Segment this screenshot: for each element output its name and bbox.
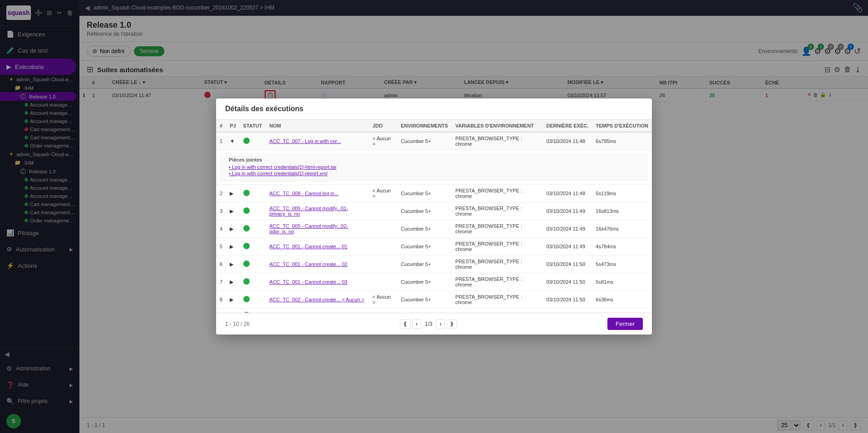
modal-row8-nom: ACC_TC_002 - Cannot create... < Aucun > [266, 291, 369, 309]
expand-icon-7[interactable]: ▶ [230, 279, 233, 285]
modal-row2-statut [240, 185, 266, 202]
modal-row2-num: 2 [216, 185, 226, 202]
modal-close-btn[interactable]: Fermer [607, 318, 643, 330]
expand-icon[interactable]: ▼ [230, 138, 235, 144]
modal-row4-num: 4 [216, 220, 226, 238]
modal-row1-env: Cucumber 5+ [397, 132, 452, 150]
modal-row2-varenv: PRESTA_BROWSER_TYPE : chrome [452, 185, 542, 202]
pj-link-2[interactable]: • Log in with correct credentials[1]-rep… [229, 171, 639, 176]
modal-row8-duration: 6s36ms [592, 291, 652, 309]
modal-row2-env: Cucumber 5+ [397, 185, 452, 202]
modal-last-page[interactable]: ⟫ [447, 319, 457, 329]
modal-row9-varenv: PRESTA_BROWSER_TYPE : [452, 309, 542, 313]
pj-title: Pièces jointes [229, 157, 639, 162]
modal-row2-lastexec: 03/10/2024 11:48 [542, 185, 592, 202]
status-green-dot-1 [243, 138, 250, 144]
modal-row7-link[interactable]: ACC_TC_001 - Cannot create... 03 [269, 279, 347, 285]
modal-row6-jdd [369, 256, 397, 273]
modal-row8-num: 8 [216, 291, 226, 309]
modal-row1-pj: ▼ [226, 132, 239, 150]
modal-row9-jdd [369, 309, 397, 313]
modal-row6-link[interactable]: ACC_TC_001 - Cannot create... 02 [269, 261, 347, 267]
modal-row1-duration: 6s795ms [592, 132, 652, 150]
modal-row1-num: 1 [216, 132, 226, 150]
modal-row3-varenv: PRESTA_BROWSER_TYPE : chrome [452, 202, 542, 220]
modal-pagination: ⟪ ‹ 1/3 › ⟫ [400, 319, 458, 329]
pj-section: Pièces jointes • Log in with correct cre… [220, 153, 648, 181]
expand-icon-3[interactable]: ▶ [230, 208, 233, 214]
modal-details: Détails des exécutions # PJ STATUT NOM J… [216, 98, 652, 335]
modal-row5-lastexec: 03/10/2024 11:49 [542, 238, 592, 256]
modal-body: # PJ STATUT NOM JDD ENVIRONNEMENTS VARIA… [216, 120, 652, 313]
modal-row2-nom: ACC_TC_008 - Cannot log in... [266, 185, 369, 202]
modal-table-row-2: 2 ▶ ACC_TC_008 - Cannot log in... < Aucu… [216, 185, 652, 202]
modal-table-container: # PJ STATUT NOM JDD ENVIRONNEMENTS VARIA… [216, 120, 652, 313]
modal-row5-statut [240, 238, 266, 256]
modal-footer: 1 - 10 / 26 ⟪ ‹ 1/3 › ⟫ Fermer [216, 313, 652, 335]
modal-col-env: ENVIRONNEMENTS [397, 120, 452, 132]
modal-row8-lastexec: 03/10/2024 11:50 [542, 291, 592, 309]
expand-icon-4[interactable]: ▶ [230, 226, 233, 231]
modal-table-row-5: 5 ▶ ACC_TC_001 - Cannot create... 01 [216, 238, 652, 256]
modal-row4-link[interactable]: ACC_TC_005 - Cannot modify...02-gdpr_is_… [269, 223, 348, 234]
status-green-dot-7 [243, 278, 250, 285]
modal-table-row-8: 8 ▶ ACC_TC_002 - Cannot create... < Aucu… [216, 291, 652, 309]
modal-row7-pj: ▶ [226, 273, 239, 291]
modal-row2-link[interactable]: ACC_TC_008 - Cannot log in... [269, 191, 338, 196]
modal-row5-duration: 4s784ms [592, 238, 652, 256]
modal-row6-varenv: PRESTA_BROWSER_TYPE : chrome [452, 256, 542, 273]
modal-col-varenv: VARIABLES D'ENVIRONNEMENT [452, 120, 542, 132]
modal-next-page[interactable]: › [436, 319, 445, 329]
modal-row4-nom: ACC_TC_005 - Cannot modify...02-gdpr_is_… [266, 220, 369, 238]
modal-prev-page[interactable]: ‹ [412, 319, 421, 329]
modal-table-row-6: 6 ▶ ACC_TC_001 - Cannot create... 02 [216, 256, 652, 273]
modal-row8-link[interactable]: ACC_TC_002 - Cannot create... < Aucun > [269, 297, 364, 302]
modal-row8-env: Cucumber 5+ [397, 291, 452, 309]
modal-row3-env: Cucumber 5+ [397, 202, 452, 220]
modal-row3-lastexec: 03/10/2024 11:49 [542, 202, 592, 220]
modal-row1-nom: ACC_TC_007 - Log in with cor... [266, 132, 369, 150]
modal-row7-num: 7 [216, 273, 226, 291]
modal-row9-pj: ▶ [226, 309, 239, 313]
modal-row4-duration: 16s476ms [592, 220, 652, 238]
modal-row5-nom: ACC_TC_001 - Cannot create... 01 [266, 238, 369, 256]
modal-row6-lastexec: 03/10/2024 11:50 [542, 256, 592, 273]
modal-row9-statut [240, 309, 266, 313]
modal-table: # PJ STATUT NOM JDD ENVIRONNEMENTS VARIA… [216, 120, 652, 313]
modal-row1-varenv: PRESTA_BROWSER_TYPE : chrome [452, 132, 542, 150]
modal-title: Détails des exécutions [216, 98, 652, 120]
modal-first-page[interactable]: ⟪ [400, 319, 410, 329]
modal-row5-pj: ▶ [226, 238, 239, 256]
modal-row3-statut [240, 202, 266, 220]
modal-row4-env: Cucumber 5+ [397, 220, 452, 238]
expand-icon-6[interactable]: ▶ [230, 261, 233, 267]
modal-row3-duration: 16s813ms [592, 202, 652, 220]
expand-icon-8[interactable]: ▶ [230, 297, 233, 302]
modal-row4-lastexec: 03/10/2024 11:49 [542, 220, 592, 238]
modal-row7-env: Cucumber 5+ [397, 273, 452, 291]
modal-row5-link[interactable]: ACC_TC_001 - Cannot create... 01 [269, 244, 347, 249]
modal-row8-varenv: PRESTA_BROWSER_TYPE : chrome [452, 291, 542, 309]
modal-row8-pj: ▶ [226, 291, 239, 309]
modal-row9-nom: ACC_TC_002 - Cannot create... 01 [266, 309, 369, 313]
modal-row4-jdd [369, 220, 397, 238]
pj-link-1[interactable]: • Log in with correct credentials[1]-htm… [229, 164, 639, 170]
modal-range: 1 - 10 / 26 [225, 321, 250, 327]
modal-row8-jdd: < Aucun > [369, 291, 397, 309]
status-green-dot-4 [243, 225, 250, 231]
modal-row6-nom: ACC_TC_001 - Cannot create... 02 [266, 256, 369, 273]
modal-row6-statut [240, 256, 266, 273]
modal-row3-link[interactable]: ACC_TC_005 - Cannot modify...01-privacy_… [269, 206, 348, 216]
modal-row2-duration: 5s119ms [592, 185, 652, 202]
modal-table-row-3: 3 ▶ ACC_TC_005 - Cannot modify...01-priv… [216, 202, 652, 220]
modal-row6-duration: 5s473ms [592, 256, 652, 273]
modal-row7-statut [240, 273, 266, 291]
expand-icon-5[interactable]: ▶ [230, 244, 233, 249]
modal-row1-link[interactable]: ACC_TC_007 - Log in with cor... [269, 138, 341, 144]
expand-icon-2[interactable]: ▶ [230, 191, 233, 196]
modal-row2-jdd: < Aucun > [369, 185, 397, 202]
modal-row9-lastexec: 03/10/2024 11:50 [542, 309, 592, 313]
modal-overlay: Détails des exécutions # PJ STATUT NOM J… [0, 0, 868, 433]
modal-col-lastexec: DERNIÈRE EXÉC. [542, 120, 592, 132]
modal-row1-jdd: < Aucun > [369, 132, 397, 150]
